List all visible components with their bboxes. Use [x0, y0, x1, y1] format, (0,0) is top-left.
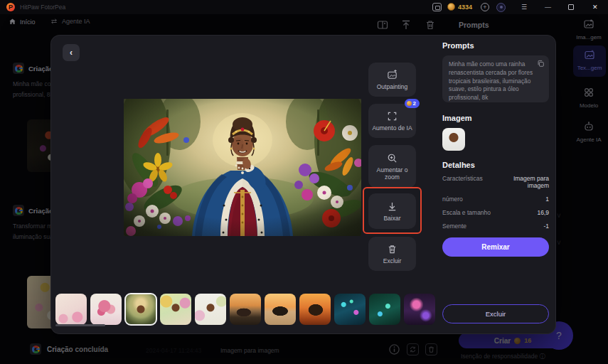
detail-label: Escala e tamanho [442, 209, 491, 216]
detail-row: Semente-1 [442, 223, 549, 230]
promo-icon[interactable] [432, 3, 442, 11]
delete-button[interactable]: Excluir [368, 237, 416, 271]
upscale-icon [387, 111, 398, 122]
thumbnail-woman-floral-green[interactable] [160, 294, 191, 325]
maximize-button[interactable] [568, 4, 574, 10]
back-button[interactable]: ‹ [63, 44, 80, 61]
window-titlebar: P HitPaw FotorPea 4334 + ☰ — ✕ [0, 0, 608, 14]
zoom-in-button[interactable]: Aumentar o zoom [368, 145, 416, 188]
source-image-thumbnail[interactable] [442, 128, 465, 151]
zoom-in-icon [387, 153, 398, 164]
detail-value: Imagem para imagem [501, 175, 549, 189]
thumbnail-neon-forest-diver[interactable] [334, 294, 366, 325]
thumbnail-queen-portrait[interactable] [125, 294, 156, 325]
thumbnail-horse-rider-sunset[interactable] [299, 294, 331, 325]
coin-icon [407, 101, 412, 106]
thumbnail-horse-beach-sunset[interactable] [265, 294, 296, 325]
detail-label: Semente [442, 223, 466, 230]
thumbnail-scrollbar[interactable] [55, 324, 105, 326]
thumbnail-cyberpunk-figure[interactable] [404, 294, 435, 325]
download-icon [387, 201, 398, 212]
detail-value: -1 [543, 223, 549, 230]
prompt-text: Minha mãe como uma rainha renascentista … [449, 60, 533, 101]
detail-row: número1 [442, 196, 549, 203]
image-detail-modal: ‹ [51, 36, 555, 333]
detail-value: 1 [545, 196, 549, 203]
thumbnail-strip [55, 294, 435, 325]
detail-rows: CaracterísticasImagem para imagemnúmero1… [442, 175, 549, 236]
cost-badge: 2 [405, 99, 420, 108]
detail-row: CaracterísticasImagem para imagem [442, 175, 549, 189]
trash-icon [387, 244, 398, 255]
menu-icon[interactable]: ☰ [521, 3, 527, 11]
add-credits-button[interactable]: + [481, 3, 489, 11]
copy-icon[interactable] [537, 60, 545, 68]
queen-painting-art [124, 99, 361, 236]
panel-prompts-title: Prompts [442, 41, 474, 50]
detail-label: número [442, 196, 463, 203]
app-logo-icon: P [6, 3, 15, 11]
thumbnail-horse-water-sunset[interactable] [230, 294, 261, 325]
generated-image [124, 99, 361, 236]
account-avatar[interactable] [496, 3, 506, 12]
credits-count: 4334 [458, 4, 472, 11]
outpainting-icon [387, 70, 398, 80]
detail-label: Características [442, 175, 483, 182]
detail-value: 16,9 [537, 209, 549, 216]
download-button[interactable]: Baixar [368, 193, 416, 229]
prompt-text-box[interactable]: Minha mãe como uma rainha renascentista … [442, 55, 549, 102]
back-chevron-icon: ‹ [70, 48, 73, 58]
panel-details-title: Detalhes [442, 161, 475, 169]
panel-image-title: Imagem [442, 114, 472, 122]
minimize-button[interactable]: — [545, 3, 551, 11]
detail-row: Escala e tamanho16,9 [442, 209, 549, 216]
thumbnail-woman-floral-white[interactable] [195, 294, 226, 325]
delete-outline-button[interactable]: Excluir [442, 304, 549, 323]
coin-icon [447, 3, 455, 11]
app-title: HitPaw FotorPea [20, 4, 65, 11]
remix-button[interactable]: Remixar [442, 237, 549, 257]
outpainting-button[interactable]: Outpainting [368, 63, 416, 97]
close-button[interactable]: ✕ [592, 3, 598, 11]
thumbnail-neon-forest-figure[interactable] [369, 294, 400, 325]
ai-upscale-button[interactable]: 2 Aumento de IA [368, 104, 416, 138]
thumbnail-bouquet-card[interactable] [90, 294, 122, 325]
thumbnail-gift-box[interactable] [55, 294, 87, 325]
